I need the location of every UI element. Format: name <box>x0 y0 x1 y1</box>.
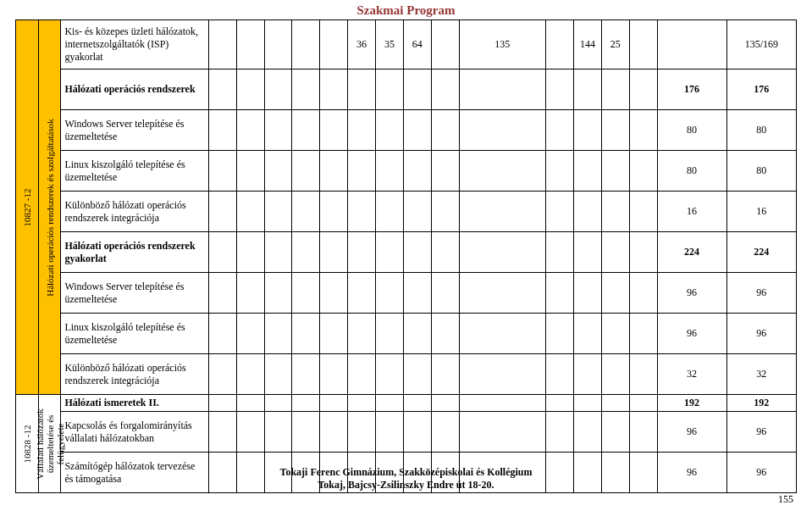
table-cell <box>236 273 264 314</box>
group-label: Hálózati operációs rendszerek és szolgál… <box>38 20 61 395</box>
table-cell: 96 <box>657 412 726 453</box>
table-cell <box>403 151 431 192</box>
table-cell <box>320 412 348 453</box>
table-cell <box>459 395 546 412</box>
table-cell <box>403 354 431 395</box>
table-cell: 176 <box>657 69 726 110</box>
table-cell: 80 <box>726 151 796 192</box>
table-cell <box>546 110 574 151</box>
table-cell <box>431 273 459 314</box>
table-cell <box>403 412 431 453</box>
table-cell <box>375 232 403 273</box>
table-cell <box>236 354 264 395</box>
table-cell: 36 <box>348 20 376 69</box>
table-cell <box>208 69 236 110</box>
table-cell <box>375 354 403 395</box>
table-cell <box>601 395 629 412</box>
table-cell <box>629 69 657 110</box>
table-cell <box>403 110 431 151</box>
table-cell <box>459 354 546 395</box>
table-cell <box>629 110 657 151</box>
table-cell: 25 <box>601 20 629 69</box>
group-label-text: Hálózati operációs rendszerek és szolgál… <box>44 119 54 297</box>
table-cell <box>264 20 292 69</box>
table-cell: 192 <box>726 395 796 412</box>
table-cell <box>292 151 320 192</box>
table-row: Különböző hálózati operációs rendszerek … <box>16 192 797 232</box>
table-cell <box>546 232 574 273</box>
table-cell <box>348 192 376 232</box>
table-cell <box>292 110 320 151</box>
table-cell <box>208 314 236 354</box>
curriculum-table: 10827 -12Hálózati operációs rendszerek é… <box>15 19 797 493</box>
table-cell <box>574 192 602 232</box>
table-cell <box>574 273 602 314</box>
table-cell <box>403 395 431 412</box>
table-row: Különböző hálózati operációs rendszerek … <box>16 354 797 395</box>
table-cell <box>431 151 459 192</box>
table-cell <box>629 395 657 412</box>
table-cell <box>320 20 348 69</box>
table-cell <box>375 151 403 192</box>
table-cell <box>208 395 236 412</box>
table-row: 10827 -12Hálózati operációs rendszerek é… <box>16 20 797 69</box>
row-description: Windows Server telepítése és üzemeltetés… <box>61 110 209 151</box>
table-cell <box>264 110 292 151</box>
table-cell <box>546 69 574 110</box>
table-cell <box>601 110 629 151</box>
row-description: Windows Server telepítése és üzemeltetés… <box>61 273 209 314</box>
footer: Tokaji Ferenc Gimnázium, Szakközépiskola… <box>0 466 812 492</box>
table-cell <box>403 69 431 110</box>
table-cell <box>348 273 376 314</box>
table-cell: 80 <box>657 151 726 192</box>
table-cell <box>236 69 264 110</box>
table-cell <box>292 314 320 354</box>
row-description: Hálózati operációs rendszerek <box>61 69 209 110</box>
table-cell <box>348 69 376 110</box>
table-cell <box>574 151 602 192</box>
table-cell <box>629 192 657 232</box>
table-cell <box>375 314 403 354</box>
table-cell <box>431 110 459 151</box>
table-cell <box>236 20 264 69</box>
table-cell <box>208 354 236 395</box>
table-cell <box>403 273 431 314</box>
table-cell: 80 <box>726 110 796 151</box>
table-cell <box>208 151 236 192</box>
table-cell: 64 <box>403 20 431 69</box>
table-cell <box>292 20 320 69</box>
table-cell <box>375 110 403 151</box>
page-title: Szakmai Program <box>15 3 797 18</box>
table-cell <box>574 354 602 395</box>
row-description: Hálózati ismeretek II. <box>61 395 209 412</box>
group-code-text: 10828 -12 <box>22 425 32 463</box>
table-cell: 32 <box>726 354 796 395</box>
table-row: Windows Server telepítése és üzemeltetés… <box>16 273 797 314</box>
table-cell <box>546 20 574 69</box>
table-cell: 16 <box>726 192 796 232</box>
table-cell <box>601 314 629 354</box>
row-description: Különböző hálózati operációs rendszerek … <box>61 354 209 395</box>
table-cell <box>292 273 320 314</box>
table-cell <box>208 273 236 314</box>
table-cell: 96 <box>726 314 796 354</box>
table-cell <box>629 354 657 395</box>
table-cell <box>292 395 320 412</box>
table-cell <box>264 69 292 110</box>
table-cell <box>264 314 292 354</box>
table-row: Hálózati operációs rendszerek176176 <box>16 69 797 110</box>
table-cell: 224 <box>657 232 726 273</box>
table-cell <box>348 151 376 192</box>
table-cell <box>629 273 657 314</box>
table-cell: 32 <box>657 354 726 395</box>
table-cell <box>629 151 657 192</box>
table-cell: 192 <box>657 395 726 412</box>
table-cell <box>459 110 546 151</box>
table-row: Windows Server telepítése és üzemeltetés… <box>16 110 797 151</box>
table-cell <box>431 412 459 453</box>
footer-line-2: Tokaj, Bajcsy-Zsilinszky Endre út 18-20. <box>318 479 494 491</box>
table-cell <box>629 314 657 354</box>
table-cell <box>601 151 629 192</box>
table-cell <box>459 273 546 314</box>
table-cell <box>320 395 348 412</box>
